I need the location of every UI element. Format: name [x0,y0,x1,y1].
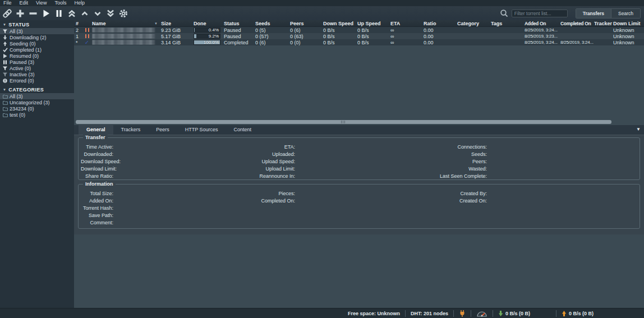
column-header-seeds[interactable]: Seeds [255,21,290,26]
pause-icon [2,60,8,64]
sidebar-category-test[interactable]: test (0) [0,112,74,118]
decrease-priority-button[interactable] [91,7,104,20]
column-header-added-on[interactable]: Added On [525,21,560,26]
label-connections: Connections: [81,144,487,151]
column-header-done[interactable]: Done [194,21,223,26]
information-group: Information Total Size: Added On: Torren… [78,184,640,229]
tab-peers[interactable]: Peers [148,125,177,135]
sidebar-item-errored[interactable]: Errored (0) [0,77,74,84]
top-priority-button[interactable] [66,7,78,20]
pause-button[interactable] [53,7,65,20]
menu-tools[interactable]: Tools [50,0,70,6]
search-icon [500,9,508,17]
sidebar-item-all-status[interactable]: All (3) [0,28,74,34]
filter-torrent-input[interactable] [512,10,568,17]
sidebar-item-resumed[interactable]: Resumed (0) [0,53,74,59]
horizontal-scrollbar-thumb[interactable] [76,120,611,124]
upload-speed-status[interactable]: 0 B/s (0 B) [556,311,619,316]
sidebar-category-uncategorized[interactable]: Uncategorized (3) [0,99,74,105]
sidebar-category-234234[interactable]: 234234 (0) [0,105,74,112]
status-section-header[interactable]: ▼ STATUS [0,21,74,28]
connection-status-button[interactable] [454,310,471,317]
column-header-status[interactable]: Status [223,21,255,26]
menu-file[interactable]: File [2,0,16,6]
column-header-name[interactable]: Name ▼ [92,21,160,26]
add-torrent-file-button[interactable] [14,7,26,20]
menu-view[interactable]: View [32,0,50,6]
seeds-value: 0 (57) [255,34,290,39]
sidebar-item-inactive[interactable]: Inactive (3) [0,71,74,77]
double-chevron-up-icon [67,8,77,19]
seeds-value: 0 (6) [255,40,290,45]
add-torrent-link-button[interactable] [1,7,13,20]
column-header-eta[interactable]: ETA [390,21,424,26]
status-value: Paused [223,34,255,39]
folder-icon [2,107,8,111]
row-number: * [74,40,82,45]
transfer-group: Transfer Time Active: Downloaded: Downlo… [78,137,640,180]
bottom-priority-button[interactable] [104,7,117,20]
resume-button[interactable] [40,7,52,20]
torrent-name-redacted [92,34,160,39]
column-header-tracker[interactable]: Tracker [594,21,613,26]
options-button[interactable] [117,7,130,20]
alt-speed-limits-button[interactable] [471,310,493,317]
transfers-tab-button[interactable]: Transfers [576,9,611,18]
sidebar-item-active[interactable]: Active (0) [0,65,74,71]
tab-http-sources[interactable]: HTTP Sources [177,125,226,135]
completed-on-value: 8/25/2019, 3:24... [560,40,594,45]
tab-content[interactable]: Content [226,125,260,135]
categories-section-header[interactable]: ▼ CATEGORIES [0,86,74,93]
details-panel: Transfer Time Active: Downloaded: Downlo… [74,135,644,234]
folder-icon [2,100,8,105]
view-switcher: Transfers Search [576,8,641,19]
sidebar-item-downloading[interactable]: Downloading (2) [0,34,74,40]
ratio-value: 0.00 [424,34,457,39]
peers-value: 0 (0) [290,40,323,45]
down-speed-value: 0 B/s [323,34,357,39]
column-header-tags[interactable]: Tags [491,21,525,26]
collapse-panel-icon[interactable]: ▼ [636,127,641,132]
table-row[interactable]: * ✓ 3.14 GiB 100.0% Completed 0 (6) 0 (0… [74,39,644,45]
table-row[interactable]: 2 9.23 GiB 0.4% Paused 0 (5) 0 (6) 0 B/s… [74,27,644,33]
sidebar-category-all[interactable]: All (3) [0,93,74,99]
column-header-down-speed[interactable]: Down Speed [323,21,357,26]
column-header-number[interactable]: # [74,21,82,26]
menu-edit[interactable]: Edit [16,0,33,6]
size-value: 9.23 GiB [160,27,194,33]
label-seeds: Seeds: [81,151,487,158]
increase-priority-button[interactable] [79,7,91,20]
transfer-legend: Transfer [83,135,108,140]
peers-value: 0 (63) [290,34,323,39]
upload-arrow-icon [562,311,567,316]
ratio-value: 0.00 [424,27,457,33]
label-save-path: Save Path: [81,212,113,219]
eta-value: ∞ [390,27,424,33]
table-row[interactable]: 1 5.17 GiB 9.2% Paused 0 (57) 0 (63) 0 B… [74,33,644,39]
column-header-category[interactable]: Category [457,21,491,26]
table-empty-area [74,45,644,119]
delete-torrent-button[interactable] [27,7,39,20]
down-limit-value: Unknown [613,27,644,33]
column-header-size[interactable]: Size [160,21,194,26]
tab-trackers[interactable]: Trackers [113,125,149,135]
sidebar-item-completed[interactable]: Completed (1) [0,47,74,53]
speed-gauge-icon [476,310,487,317]
horizontal-scrollbar [74,119,644,125]
column-header-peers[interactable]: Peers [290,21,323,26]
column-header-down-limit[interactable]: Down Limit [613,21,644,26]
progress-cell: 100.0% [194,40,223,45]
completed-state-icon: ✓ [82,40,92,45]
column-header-ratio[interactable]: Ratio [424,21,457,26]
column-header-up-speed[interactable]: Up Speed [357,21,390,26]
column-header-completed-on[interactable]: Completed On [560,21,594,26]
tab-general[interactable]: General [79,125,113,135]
menu-help[interactable]: Help [70,0,89,6]
search-tab-button[interactable]: Search [611,9,640,18]
play-icon [2,54,8,58]
sidebar-item-seeding[interactable]: Seeding (0) [0,40,74,47]
sidebar-item-paused[interactable]: Paused (3) [0,59,74,65]
download-speed-status[interactable]: 0 B/s (0 B) [493,311,556,316]
funnel-icon [2,29,8,34]
collapse-triangle-icon: ▼ [3,23,6,26]
